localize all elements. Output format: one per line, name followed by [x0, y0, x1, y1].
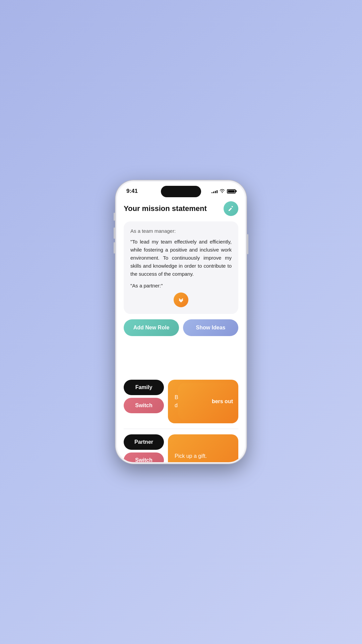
status-time: 9:41: [126, 188, 138, 195]
goal-left-partner: Partner Switch: [124, 434, 164, 462]
action-buttons: Add New Role Show Ideas: [124, 319, 238, 336]
section-title: Your mission statement: [124, 204, 207, 213]
expand-button[interactable]: [174, 292, 188, 307]
power-button: [247, 234, 248, 254]
main-content: Your mission statement As a team manager…: [117, 199, 245, 462]
signal-icon: [212, 189, 218, 193]
show-ideas-button[interactable]: Show Ideas: [183, 319, 238, 336]
status-icons: [212, 189, 236, 194]
add-new-role-button[interactable]: Add New Role: [124, 319, 179, 336]
silent-switch: [114, 213, 115, 221]
dynamic-island: [161, 186, 201, 197]
wifi-icon: [220, 189, 225, 194]
goal-row-partner: Partner Switch Pick up a gift.: [124, 434, 238, 462]
partner-switch-button[interactable]: Switch: [124, 452, 164, 462]
mission-role-label: As a team manager:: [130, 228, 232, 234]
section-header: Your mission statement: [124, 201, 238, 216]
goal-divider: [124, 429, 238, 429]
orange-peek-text: bers out: [212, 398, 233, 405]
family-role-tag: Family: [124, 380, 164, 395]
mission-card: As a team manager: "To lead my team effe…: [124, 221, 238, 314]
volume-down-button: [114, 242, 115, 254]
edit-button[interactable]: [224, 201, 238, 216]
mission-partner-label: "As a partner:": [130, 283, 232, 288]
orange-card-peek: bers out: [178, 383, 238, 420]
partner-goal-text: Pick up a gift.: [175, 452, 207, 460]
partner-goal-card: Pick up a gift.: [168, 434, 238, 462]
volume-up-button: [114, 227, 115, 239]
goals-section: Review next week GOALS bers out Family: [124, 380, 238, 462]
partner-role-tag: Partner: [124, 434, 164, 450]
battery-icon: [227, 189, 236, 194]
mission-text: "To lead my team effectively and efficie…: [130, 238, 232, 278]
family-switch-button[interactable]: Switch: [124, 398, 164, 413]
goal-left-family: Family Switch: [124, 380, 164, 423]
